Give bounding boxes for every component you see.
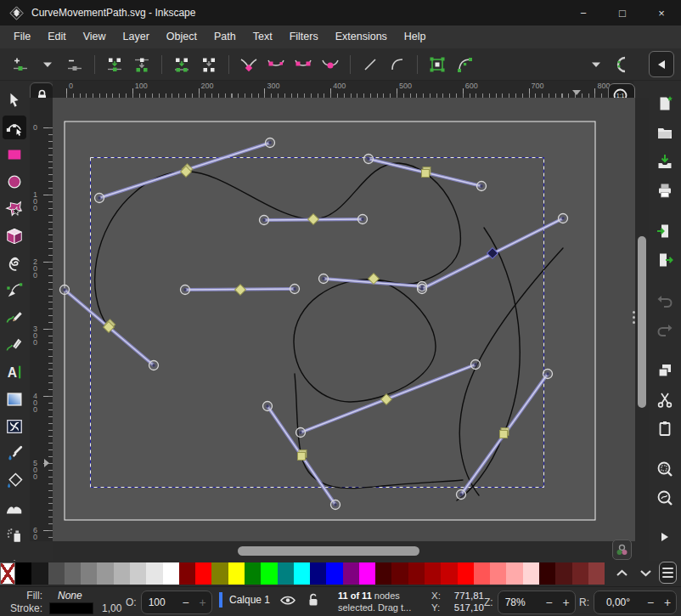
opacity-increase-button[interactable]: + — [194, 596, 211, 609]
close-button[interactable]: × — [642, 0, 681, 25]
opacity-spinbox[interactable]: 100 − + — [141, 591, 212, 614]
drawing-area[interactable] — [53, 98, 635, 541]
color-swatch[interactable] — [195, 562, 211, 585]
color-swatch[interactable] — [15, 562, 31, 585]
tool-tweak[interactable] — [3, 496, 26, 520]
fill-value[interactable]: None — [58, 590, 82, 602]
show-transform-handles-button[interactable] — [610, 51, 637, 78]
zoom-spinbox[interactable]: 78% − + — [498, 591, 576, 614]
color-swatch[interactable] — [211, 562, 228, 585]
more-commands-button[interactable] — [654, 526, 676, 548]
delete-segment-button[interactable] — [195, 51, 222, 78]
paste-button[interactable] — [654, 417, 676, 439]
new-document-button[interactable] — [654, 93, 676, 115]
menu-view[interactable]: View — [75, 25, 115, 48]
object-to-path-button[interactable] — [424, 51, 451, 78]
insert-node-button[interactable] — [7, 51, 34, 78]
color-swatch[interactable] — [539, 562, 555, 585]
horizontal-ruler[interactable]: 0100200300400500600700800 — [53, 81, 633, 98]
color-swatch[interactable] — [48, 562, 65, 585]
color-swatch[interactable] — [523, 562, 539, 585]
tool-text[interactable]: A — [3, 360, 26, 384]
export-button[interactable] — [654, 249, 676, 271]
tool-gradient[interactable] — [3, 387, 26, 411]
color-swatch[interactable] — [391, 562, 408, 585]
layer-visibility-toggle[interactable] — [280, 595, 295, 606]
color-swatch[interactable] — [179, 562, 195, 585]
color-management-button[interactable] — [612, 540, 632, 560]
color-swatch[interactable] — [588, 562, 605, 585]
color-swatch[interactable] — [326, 562, 342, 585]
color-swatch[interactable] — [163, 562, 179, 585]
rotation-value[interactable]: 0,00° — [594, 596, 642, 608]
tool-mesh-gradient[interactable] — [3, 415, 26, 438]
tool-node-editor[interactable] — [3, 116, 26, 139]
tool-paint-bucket[interactable] — [3, 469, 26, 493]
collapse-panel-button[interactable] — [649, 51, 674, 77]
color-swatch[interactable] — [261, 562, 277, 585]
color-swatch[interactable] — [130, 562, 146, 585]
insert-node-options-button[interactable] — [34, 51, 61, 78]
layer-lock-toggle[interactable] — [307, 593, 319, 607]
palette-scroll-up-button[interactable] — [613, 566, 630, 579]
maximize-button[interactable]: □ — [603, 0, 642, 25]
menu-text[interactable]: Text — [245, 25, 281, 48]
color-swatch[interactable] — [441, 562, 457, 585]
vertical-scrollbar-thumb[interactable] — [638, 236, 646, 408]
menu-file[interactable]: File — [5, 25, 39, 48]
color-swatch[interactable] — [278, 562, 294, 585]
color-swatch[interactable] — [506, 562, 522, 585]
horizontal-scrollbar-thumb[interactable] — [238, 546, 419, 556]
color-swatch[interactable] — [458, 562, 474, 585]
redo-button[interactable] — [654, 319, 676, 341]
zoom-selection-button[interactable] — [654, 458, 676, 480]
join-nodes-button[interactable] — [101, 51, 128, 78]
tool-selector[interactable] — [3, 88, 26, 112]
color-swatch[interactable] — [81, 562, 97, 585]
rotation-spinbox[interactable]: 0,00° − + — [594, 591, 677, 614]
color-swatch[interactable] — [555, 562, 571, 585]
make-auto-button[interactable] — [317, 51, 344, 78]
import-button[interactable] — [654, 220, 676, 242]
minimize-button[interactable]: − — [564, 0, 603, 25]
path-node-square[interactable] — [500, 431, 508, 438]
tool-star[interactable] — [3, 197, 26, 221]
color-swatch[interactable] — [245, 562, 261, 585]
menu-path[interactable]: Path — [205, 25, 245, 48]
color-swatch[interactable] — [310, 562, 326, 585]
menu-object[interactable]: Object — [158, 25, 205, 48]
stroke-color-swatch[interactable] — [49, 602, 93, 614]
tool-ellipse[interactable] — [3, 170, 26, 194]
tool-pencil[interactable] — [3, 306, 26, 330]
stroke-to-path-button[interactable] — [451, 51, 478, 78]
palette-scroll-down-button[interactable] — [637, 566, 654, 579]
vertical-scrollbar[interactable] — [635, 98, 649, 541]
undo-button[interactable] — [654, 290, 676, 312]
color-swatch[interactable] — [474, 562, 490, 585]
menu-filters[interactable]: Filters — [281, 25, 327, 48]
rotation-increase-button[interactable]: + — [659, 596, 676, 609]
save-document-button[interactable] — [654, 150, 676, 172]
tool-dropper[interactable] — [3, 442, 26, 466]
zoom-increase-button[interactable]: + — [558, 596, 575, 609]
join-with-segment-button[interactable] — [168, 51, 195, 78]
toolbar-more-options-button[interactable] — [583, 51, 610, 78]
color-swatch[interactable] — [359, 562, 375, 585]
segment-line-button[interactable] — [357, 51, 384, 78]
color-swatch[interactable] — [375, 562, 391, 585]
rotation-decrease-button[interactable]: − — [642, 596, 659, 609]
menu-extensions[interactable]: Extensions — [327, 25, 396, 48]
current-layer-name[interactable]: Calque 1 — [229, 594, 270, 606]
open-document-button[interactable] — [654, 122, 676, 144]
color-swatch[interactable] — [343, 562, 359, 585]
color-swatch[interactable] — [294, 562, 310, 585]
segment-curve-button[interactable] — [384, 51, 411, 78]
tool-rectangle[interactable] — [3, 143, 26, 167]
zoom-decrease-button[interactable]: − — [541, 596, 558, 609]
tool-box-3d[interactable] — [3, 224, 26, 248]
break-nodes-button[interactable] — [128, 51, 155, 78]
color-swatch[interactable] — [97, 562, 113, 585]
stroke-width-value[interactable]: 1,00 — [102, 602, 121, 614]
path-node-square[interactable] — [298, 453, 306, 461]
color-swatch[interactable] — [228, 562, 245, 585]
